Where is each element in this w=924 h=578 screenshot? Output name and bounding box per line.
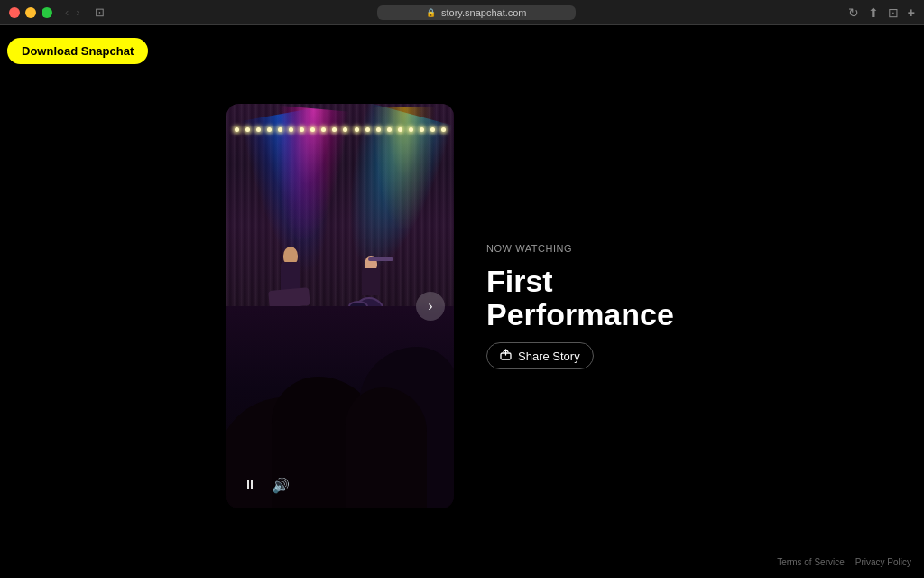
bulb bbox=[430, 127, 435, 132]
audience-silhouette bbox=[346, 387, 427, 508]
close-btn[interactable] bbox=[9, 7, 20, 18]
drummer-body bbox=[362, 268, 380, 295]
bulb bbox=[398, 127, 402, 132]
share-label: Share Story bbox=[518, 350, 580, 363]
url-text: story.snapchat.com bbox=[441, 7, 527, 18]
footer-links: Terms of Service Privacy Policy bbox=[777, 557, 911, 567]
bulb bbox=[343, 127, 347, 132]
maximize-btn[interactable] bbox=[42, 7, 52, 18]
privacy-policy-link[interactable]: Privacy Policy bbox=[855, 557, 911, 567]
reload-btn[interactable]: ↻ bbox=[848, 5, 859, 20]
bulb bbox=[278, 127, 282, 132]
window-controls bbox=[9, 7, 52, 18]
bulb bbox=[245, 127, 250, 132]
bulb bbox=[321, 127, 326, 132]
share-story-button[interactable]: Share Story bbox=[486, 342, 594, 369]
share-browser-btn[interactable]: ⬆ bbox=[868, 5, 879, 20]
tabs-btn[interactable]: ⊡ bbox=[888, 5, 899, 20]
info-panel: NOW WATCHING First Performance Share Sto… bbox=[454, 243, 698, 370]
lock-icon: 🔒 bbox=[426, 8, 436, 17]
page-content: Download Snapchat bbox=[0, 25, 924, 578]
browser-chrome: ‹ › ⊡ 🔒 story.snapchat.com ↻ ⬆ ⊡ + bbox=[0, 0, 924, 25]
cymbal bbox=[368, 257, 393, 261]
bulb bbox=[365, 127, 370, 132]
video-player[interactable]: › ⏸ 🔊 bbox=[226, 104, 454, 508]
bulb bbox=[267, 127, 272, 132]
bulb bbox=[289, 127, 293, 132]
minimize-btn[interactable] bbox=[25, 7, 36, 18]
bulb bbox=[409, 127, 413, 132]
bulb bbox=[387, 127, 392, 132]
bulb bbox=[310, 127, 315, 132]
story-layout: › ⏸ 🔊 NOW WATCHING First Performance Sha… bbox=[226, 104, 698, 508]
bulb bbox=[256, 127, 261, 132]
string-lights bbox=[226, 124, 454, 135]
window-expand-btn[interactable]: ⊡ bbox=[95, 5, 105, 19]
bulb bbox=[376, 127, 381, 132]
address-bar[interactable]: 🔒 story.snapchat.com bbox=[377, 5, 576, 20]
next-story-button[interactable]: › bbox=[416, 292, 445, 321]
address-bar-container: 🔒 story.snapchat.com bbox=[112, 5, 841, 20]
new-tab-btn[interactable]: + bbox=[908, 5, 915, 20]
download-snapchat-button[interactable]: Download Snapchat bbox=[7, 38, 148, 64]
share-icon bbox=[500, 349, 512, 363]
bulb bbox=[441, 127, 446, 132]
video-controls: ⏸ 🔊 bbox=[239, 474, 291, 496]
bulb bbox=[332, 127, 337, 132]
browser-actions: ↻ ⬆ ⊡ + bbox=[848, 5, 915, 20]
back-arrow[interactable]: ‹ bbox=[63, 5, 70, 19]
bulb bbox=[235, 127, 239, 132]
terms-of-service-link[interactable]: Terms of Service bbox=[777, 557, 844, 567]
nav-arrows: ‹ › bbox=[63, 5, 82, 19]
forward-arrow[interactable]: › bbox=[74, 5, 81, 19]
bulb bbox=[420, 127, 424, 132]
now-watching-label: NOW WATCHING bbox=[486, 243, 698, 254]
bulb bbox=[300, 127, 304, 132]
story-title: First Performance bbox=[486, 265, 698, 332]
volume-button[interactable]: 🔊 bbox=[270, 474, 291, 496]
pause-button[interactable]: ⏸ bbox=[239, 474, 261, 496]
bulb bbox=[355, 127, 359, 132]
